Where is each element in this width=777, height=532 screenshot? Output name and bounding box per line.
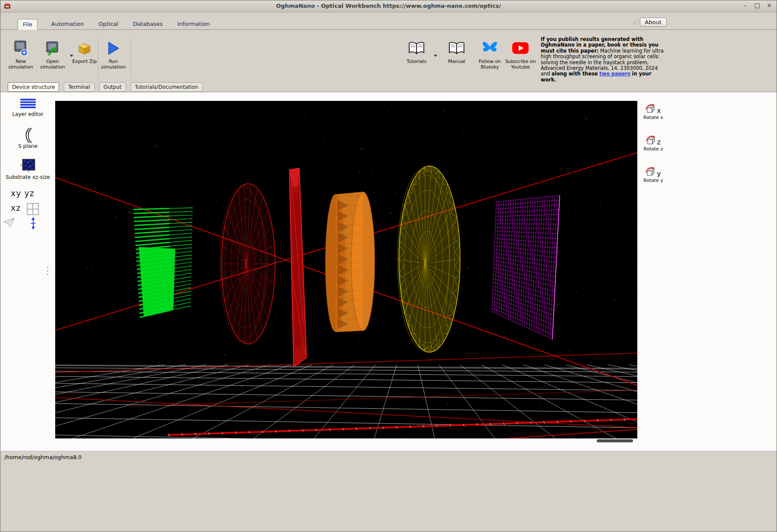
- new-simulation-icon: [5, 39, 37, 57]
- tutorials-book-icon: [401, 39, 432, 57]
- s-plane-button[interactable]: [0, 127, 55, 144]
- manual-label: Manual: [448, 59, 465, 64]
- s-plane-icon: [23, 127, 33, 144]
- menu-tab-information[interactable]: Information: [176, 19, 210, 29]
- tab-terminal[interactable]: Terminal: [64, 82, 94, 92]
- viewport-hscrollbar[interactable]: [597, 439, 633, 442]
- svg-text:x: x: [28, 169, 29, 172]
- manual-book-icon: [441, 39, 473, 57]
- manual-button[interactable]: Manual: [441, 39, 473, 64]
- youtube-button[interactable]: Subscribe on Youtube: [504, 39, 536, 70]
- tutorials-dropdown-caret-icon[interactable]: [434, 55, 437, 57]
- bluesky-label: Follow on Bluesky: [479, 59, 501, 70]
- 3d-viewport[interactable]: [55, 101, 637, 438]
- citation-bold-tail: along with these: [551, 71, 598, 77]
- svg-text:z: z: [20, 163, 22, 167]
- tutorials-label: Tutorials: [407, 59, 426, 64]
- rotate-cube-icon: [645, 104, 656, 114]
- substrate-xz-size-label: Substrate xz-size: [0, 175, 55, 180]
- rotate-z-letter: z: [657, 139, 661, 146]
- rotate-z-button[interactable]: z Rotate z: [642, 135, 664, 152]
- move-axis-button[interactable]: [6, 217, 60, 230]
- xy-yz-view-button[interactable]: xy yz: [11, 188, 34, 198]
- tab-output[interactable]: Output: [99, 82, 126, 92]
- rotate-cube-icon: [645, 167, 656, 177]
- rotate-cube-icon: [646, 135, 656, 146]
- substrate-thumbnail-icon: z x: [20, 158, 36, 172]
- menu-tab-file[interactable]: File: [18, 19, 38, 30]
- rotate-y-label: Rotate y: [642, 178, 664, 183]
- window-controls: – □ ×: [741, 2, 773, 9]
- resize-grip-icon: [633, 19, 639, 25]
- youtube-icon: [504, 39, 536, 57]
- rotate-x-button[interactable]: x Rotate x: [642, 103, 664, 120]
- tab-device-structure[interactable]: Device structure: [8, 82, 59, 92]
- open-simulation-button[interactable]: Open simulation: [37, 39, 69, 70]
- toolbar-separator: [98, 38, 98, 78]
- export-zip-button[interactable]: Export Zip: [69, 39, 100, 64]
- bluesky-butterfly-icon: [474, 39, 506, 57]
- minimize-button[interactable]: –: [741, 2, 749, 9]
- bluesky-button[interactable]: Follow on Bluesky: [474, 39, 506, 70]
- s-plane-label: S plane: [0, 144, 55, 149]
- menu-tab-databases[interactable]: Databases: [132, 19, 163, 29]
- run-simulation-button[interactable]: Run simulation: [99, 39, 128, 70]
- two-papers-link[interactable]: two papers: [599, 71, 630, 77]
- titlebar: OghmaNano - Optical Workbench https://ww…: [0, 0, 777, 13]
- splitter-handle[interactable]: [47, 267, 48, 268]
- menu-tab-automation[interactable]: Automation: [50, 19, 85, 29]
- run-simulation-icon: [99, 39, 128, 57]
- youtube-label: Subscribe on Youtube: [505, 59, 536, 70]
- citation-text: If you publish results generated with Og…: [541, 37, 665, 83]
- rotate-x-label: Rotate x: [642, 115, 664, 120]
- export-zip-icon: [69, 39, 100, 57]
- axis-arrows-icon: [29, 217, 38, 230]
- sidebar: Layer editor S plane z x Substrate xz-si…: [0, 92, 55, 451]
- maximize-button[interactable]: □: [753, 2, 761, 9]
- toolbar-separator: [131, 38, 131, 78]
- rotate-z-label: Rotate z: [642, 146, 664, 152]
- about-button[interactable]: About: [640, 18, 667, 27]
- rotate-x-letter: x: [657, 107, 661, 114]
- tutorials-button[interactable]: Tutorials: [401, 39, 432, 64]
- export-zip-label: Export Zip: [72, 59, 97, 64]
- layer-editor-button[interactable]: [0, 99, 55, 109]
- grid-view-button[interactable]: [13, 203, 52, 215]
- view-tabs: Device structure Terminal Output Tutoria…: [8, 82, 203, 92]
- rotate-y-letter: y: [657, 170, 661, 177]
- new-simulation-label: New simulation: [8, 59, 33, 70]
- open-simulation-label: Open simulation: [40, 59, 65, 70]
- layer-editor-label: Layer editor: [0, 112, 55, 117]
- new-simulation-button[interactable]: New simulation: [5, 39, 37, 70]
- layers-icon: [20, 99, 36, 109]
- menu-tab-optical[interactable]: Optical: [97, 19, 119, 29]
- window-title: OghmaNano - Optical Workbench https://ww…: [0, 3, 777, 9]
- grid-panes-icon: [27, 203, 39, 215]
- rotate-y-button[interactable]: y Rotate y: [642, 166, 664, 183]
- close-button[interactable]: ×: [765, 2, 773, 9]
- run-simulation-label: Run simulation: [101, 59, 125, 70]
- open-simulation-icon: [37, 39, 69, 57]
- substrate-xz-size-button[interactable]: z x: [0, 158, 55, 172]
- tab-tutorials-documentation[interactable]: Tutorials/Documentation: [131, 82, 203, 92]
- status-path: /home/rod/oghma/oghma8.0: [4, 454, 81, 460]
